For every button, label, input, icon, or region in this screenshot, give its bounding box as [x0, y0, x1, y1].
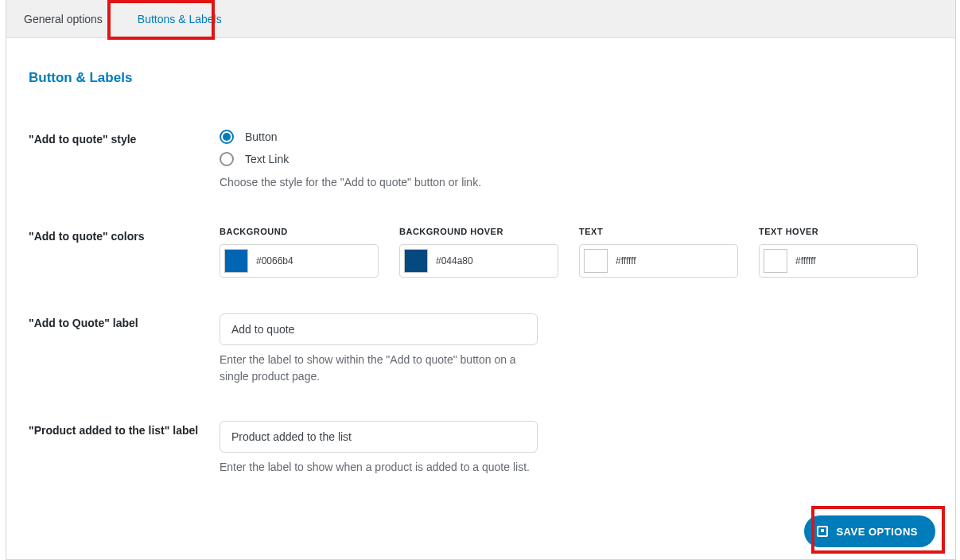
color-hex-input[interactable]	[616, 255, 735, 266]
page-title: Button & Labels	[29, 70, 933, 86]
tab-label: General options	[24, 13, 103, 25]
color-swatch-icon[interactable]	[224, 249, 248, 273]
radio-icon	[220, 130, 234, 144]
color-input[interactable]	[399, 244, 558, 278]
help-text: Enter the label to show when a product i…	[220, 459, 569, 476]
add-to-quote-label-input[interactable]	[220, 313, 538, 345]
help-text: Choose the style for the "Add to quote" …	[220, 174, 933, 191]
color-col-background: BACKGROUND	[220, 227, 379, 278]
radio-label: Text Link	[245, 153, 289, 165]
color-col-title: BACKGROUND HOVER	[399, 227, 558, 236]
field-label-product-added: "Product added to the list" label	[29, 421, 220, 437]
field-control-style: Button Text Link Choose the style for th…	[220, 130, 933, 191]
field-label-add-label: "Add to Quote" label	[29, 313, 220, 329]
save-button-label: SAVE OPTIONS	[836, 526, 918, 538]
color-input[interactable]	[579, 244, 738, 278]
field-label-style: "Add to quote" style	[29, 130, 220, 146]
color-col-title: BACKGROUND	[220, 227, 379, 236]
save-options-button[interactable]: SAVE OPTIONS	[804, 515, 935, 547]
save-icon	[817, 526, 828, 537]
radio-label: Button	[245, 130, 277, 143]
product-added-label-input[interactable]	[220, 421, 538, 453]
color-swatch-icon[interactable]	[584, 249, 608, 273]
color-col-background-hover: BACKGROUND HOVER	[399, 227, 558, 278]
field-label-colors: "Add to quote" colors	[29, 227, 220, 243]
help-text: Enter the label to show within the "Add …	[220, 352, 538, 385]
color-swatch-icon[interactable]	[764, 249, 787, 273]
tab-label: Buttons & Labels	[138, 13, 222, 25]
color-input[interactable]	[759, 244, 918, 278]
color-col-title: TEXT	[579, 227, 738, 236]
tab-buttons-labels[interactable]: Buttons & Labels	[120, 0, 239, 37]
tab-general-options[interactable]: General options	[6, 0, 120, 37]
color-swatch-icon[interactable]	[404, 249, 428, 273]
color-hex-input[interactable]	[436, 255, 555, 266]
color-hex-input[interactable]	[795, 255, 915, 266]
tabs-bar: General options Buttons & Labels	[6, 0, 955, 38]
color-hex-input[interactable]	[256, 255, 375, 266]
radio-text-link[interactable]: Text Link	[220, 152, 933, 166]
color-col-text: TEXT	[579, 227, 738, 278]
color-col-title: TEXT HOVER	[759, 227, 918, 236]
color-col-text-hover: TEXT HOVER	[759, 227, 918, 278]
radio-icon	[220, 152, 234, 166]
radio-button[interactable]: Button	[220, 130, 933, 144]
color-input[interactable]	[220, 244, 379, 278]
